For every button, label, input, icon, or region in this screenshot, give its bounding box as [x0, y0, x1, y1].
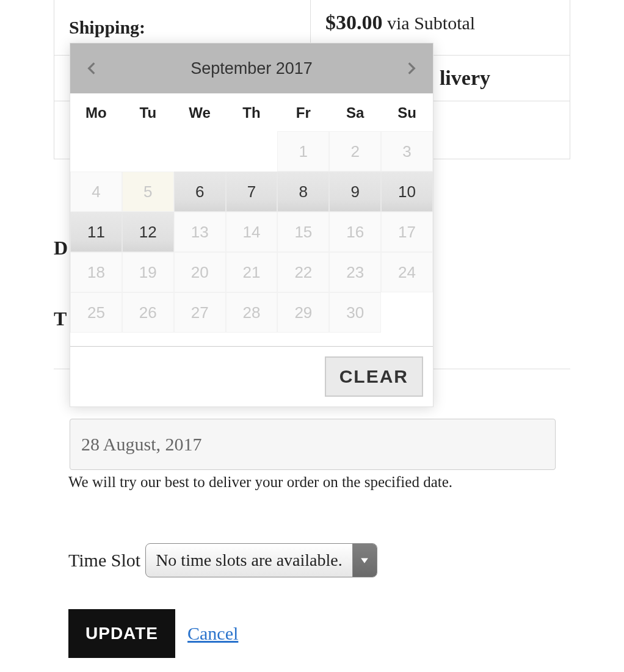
weekday-header: Mo — [70, 104, 122, 121]
shipping-via: via Subtotal — [387, 13, 475, 33]
calendar-empty — [226, 131, 278, 172]
calendar-day: 23 — [329, 252, 381, 292]
svg-marker-0 — [361, 558, 368, 563]
datepicker: September 2017 MoTuWeThFrSaSu 1234567891… — [70, 43, 434, 407]
calendar-day: 5 — [122, 172, 174, 212]
calendar-day: 25 — [70, 292, 122, 333]
calendar-day[interactable]: 7 — [226, 172, 278, 212]
weekday-header: We — [174, 104, 226, 121]
next-month-button[interactable] — [396, 53, 427, 84]
delivery-date-help: We will try our best to deliver your ord… — [68, 474, 452, 491]
calendar-day: 14 — [226, 212, 278, 252]
calendar-day[interactable]: 12 — [122, 212, 174, 252]
calendar-day: 24 — [381, 252, 433, 292]
update-button[interactable]: UPDATE — [68, 609, 175, 658]
calendar-day: 18 — [70, 252, 122, 292]
weekday-header: Fr — [277, 104, 329, 121]
weekday-header: Sa — [329, 104, 381, 121]
delivery-date-input[interactable] — [70, 419, 556, 470]
weekday-header: Su — [381, 104, 433, 121]
bg-label-t: T — [54, 308, 67, 330]
prev-month-button[interactable] — [76, 53, 107, 84]
calendar-day: 22 — [277, 252, 329, 292]
shipping-price: $30.00 — [325, 11, 383, 34]
calendar-empty — [381, 292, 433, 333]
calendar-day: 26 — [122, 292, 174, 333]
chevron-down-icon — [352, 544, 377, 577]
calendar-day: 21 — [226, 252, 278, 292]
cancel-link[interactable]: Cancel — [187, 623, 238, 644]
clear-button[interactable]: CLEAR — [325, 356, 423, 397]
calendar-day: 16 — [329, 212, 381, 252]
datepicker-title: September 2017 — [190, 59, 313, 78]
calendar-day: 4 — [70, 172, 122, 212]
calendar-empty — [174, 131, 226, 172]
datepicker-footer: CLEAR — [70, 346, 433, 406]
timeslot-row: Time Slot No time slots are available. — [68, 543, 377, 577]
calendar-day: 19 — [122, 252, 174, 292]
timeslot-select[interactable]: No time slots are available. — [145, 543, 377, 577]
calendar-day[interactable]: 11 — [70, 212, 122, 252]
calendar-day: 30 — [329, 292, 381, 333]
calendar-day[interactable]: 6 — [174, 172, 226, 212]
datepicker-grid: 1234567891011121314151617181920212223242… — [70, 131, 433, 333]
datepicker-weekdays: MoTuWeThFrSaSu — [70, 93, 433, 131]
calendar-day[interactable]: 10 — [381, 172, 433, 212]
timeslot-selected: No time slots are available. — [146, 544, 352, 577]
calendar-day[interactable]: 8 — [277, 172, 329, 212]
bg-label-d: D — [54, 237, 68, 259]
form-buttons: UPDATE Cancel — [68, 609, 238, 658]
calendar-empty — [122, 131, 174, 172]
calendar-day[interactable]: 9 — [329, 172, 381, 212]
calendar-day: 29 — [277, 292, 329, 333]
calendar-day: 2 — [329, 131, 381, 172]
calendar-day: 17 — [381, 212, 433, 252]
datepicker-header: September 2017 — [70, 43, 433, 93]
calendar-empty — [70, 131, 122, 172]
calendar-day: 27 — [174, 292, 226, 333]
weekday-header: Tu — [122, 104, 174, 121]
calendar-day: 28 — [226, 292, 278, 333]
calendar-day: 1 — [277, 131, 329, 172]
weekday-header: Th — [226, 104, 278, 121]
timeslot-label: Time Slot — [68, 550, 140, 571]
calendar-day: 13 — [174, 212, 226, 252]
calendar-day: 3 — [381, 131, 433, 172]
calendar-day: 20 — [174, 252, 226, 292]
calendar-day: 15 — [277, 212, 329, 252]
